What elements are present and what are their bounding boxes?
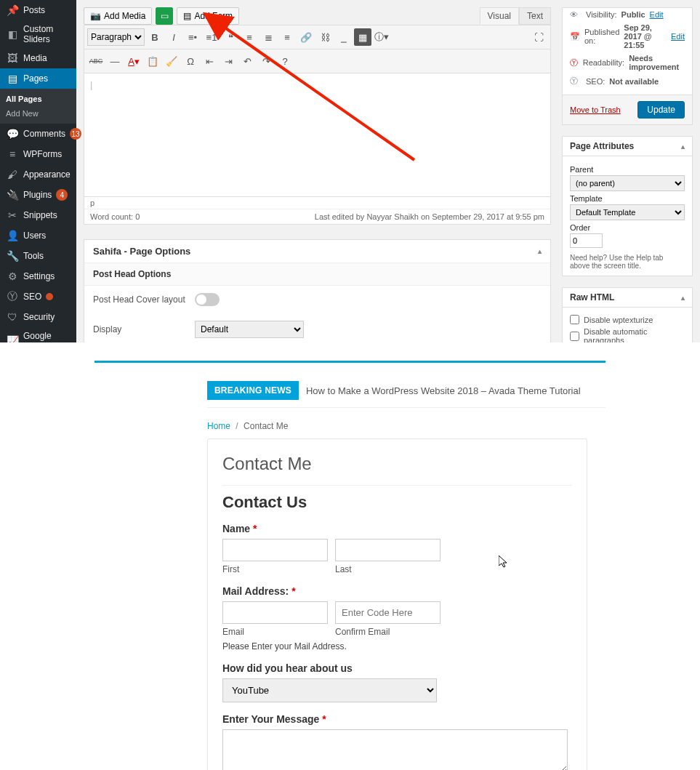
number-list-icon[interactable]: ≡1 <box>203 28 220 46</box>
email-input[interactable] <box>222 601 328 624</box>
sidebar-label: WPForms <box>23 149 62 159</box>
fullscreen-icon[interactable]: ⛶ <box>530 28 547 46</box>
bullet-list-icon[interactable]: ≡• <box>184 28 201 46</box>
align-right-icon[interactable]: ≡ <box>278 28 296 46</box>
sidebar-item-analytics[interactable]: 📈Google Analytics <box>0 327 76 342</box>
raw-html-box: Raw HTML▴ Disable wptexturize Disable au… <box>562 287 693 342</box>
order-input[interactable] <box>570 233 603 248</box>
help-text: Need help? Use the Help tab above the sc… <box>570 254 685 270</box>
form-title: Contact Us <box>222 493 572 512</box>
cover-layout-toggle[interactable] <box>195 293 220 306</box>
sidebar-item-pages[interactable]: ▤Pages <box>0 68 76 89</box>
align-center-icon[interactable]: ≣ <box>260 28 277 46</box>
trash-link[interactable]: Move to Trash <box>570 105 621 114</box>
sidebar-submenu: All Pages Add New <box>0 89 76 124</box>
help-icon[interactable]: ? <box>276 52 294 70</box>
admin-sidebar: 📌Posts ◧Custom Sliders 🖾Media ▤Pages All… <box>0 0 76 342</box>
italic-icon[interactable]: I <box>165 28 182 46</box>
redo-icon[interactable]: ↷ <box>257 52 275 70</box>
sidebar-item-comments[interactable]: 💬Comments 13 <box>0 124 76 144</box>
quote-icon[interactable]: ❝ <box>222 28 239 46</box>
crumb-home[interactable]: Home <box>207 421 230 431</box>
sidebar-item-plugins[interactable]: 🔌Plugins 4 <box>0 185 76 205</box>
more-icon[interactable]: ⎯ <box>335 28 353 46</box>
mail-help-text: Please Enter your Mail Address. <box>222 641 572 651</box>
tab-text[interactable]: Text <box>519 7 551 25</box>
sidebar-item-seo[interactable]: ⓎSEO <box>0 286 76 307</box>
hear-select[interactable]: YouTube <box>222 678 437 702</box>
required-icon: * <box>253 523 257 534</box>
wptexturize-checkbox[interactable] <box>570 315 579 324</box>
wpforms-insert-button[interactable]: ▭ <box>156 7 173 25</box>
sidebar-item-snippets[interactable]: ✂Snippets <box>0 205 76 225</box>
strike-icon[interactable]: ABC <box>87 52 105 70</box>
sidebar-label: Custom Sliders <box>23 24 71 44</box>
media-icon: 🖾 <box>6 52 19 65</box>
textcolor-icon[interactable]: A▾ <box>125 52 142 70</box>
submenu-add-new[interactable]: Add New <box>0 106 76 121</box>
parent-label: Parent <box>570 165 685 174</box>
pages-icon: ▤ <box>6 72 19 85</box>
clear-icon[interactable]: 🧹 <box>163 52 180 70</box>
collapse-icon[interactable]: ▴ <box>538 247 542 255</box>
add-media-button[interactable]: 📷Add Media <box>84 7 152 25</box>
tab-visual[interactable]: Visual <box>480 7 519 25</box>
accent-line <box>94 361 606 363</box>
link-icon[interactable]: 🔗 <box>297 28 315 46</box>
edit-visibility-link[interactable]: Edit <box>650 10 664 19</box>
template-select[interactable]: Default Template <box>570 204 685 220</box>
format-select[interactable]: Paragraph <box>87 28 145 46</box>
yoast-icon: Ⓨ <box>6 290 19 303</box>
paste-icon[interactable]: 📋 <box>144 52 161 70</box>
confirm-sublabel: Confirm Email <box>335 627 440 637</box>
autop-checkbox[interactable] <box>570 332 579 341</box>
sidebar-item-tools[interactable]: 🔧Tools <box>0 246 76 266</box>
update-button[interactable]: Update <box>637 101 685 119</box>
readability-label: Readability: <box>583 58 624 67</box>
last-name-input[interactable] <box>335 539 440 561</box>
sidebar-item-appearance[interactable]: 🖌Appearance <box>0 164 76 185</box>
yoast-icon[interactable]: ⓘ▾ <box>373 28 390 46</box>
sidebar-label: Users <box>23 230 46 241</box>
sidebar-item-posts[interactable]: 📌Posts <box>0 0 76 20</box>
sidebar-item-media[interactable]: 🖾Media <box>0 48 76 68</box>
unlink-icon[interactable]: ⛓ <box>316 28 334 46</box>
message-textarea[interactable] <box>222 729 568 770</box>
visibility-value: Public <box>621 10 645 19</box>
add-form-button[interactable]: ▤Add Form <box>177 7 239 25</box>
collapse-icon[interactable]: ▴ <box>681 294 685 302</box>
editor-content[interactable]: | <box>84 73 551 197</box>
outdent-icon[interactable]: ⇤ <box>201 52 218 70</box>
publish-box: 👁Visibility: Public Edit 📅Published on: … <box>562 7 693 125</box>
edit-date-link[interactable]: Edit <box>671 32 685 41</box>
form-list-icon: ▤ <box>183 11 191 21</box>
sidebar-item-security[interactable]: 🛡Security <box>0 307 76 327</box>
align-left-icon[interactable]: ≡ <box>241 28 258 46</box>
breadcrumb: Home / Contact Me <box>207 421 700 431</box>
sidebar-item-users[interactable]: 👤Users <box>0 225 76 246</box>
eye-icon: 👁 <box>570 10 582 19</box>
parent-select[interactable]: (no parent) <box>570 175 685 191</box>
sidebar-item-sliders[interactable]: ◧Custom Sliders <box>0 20 76 48</box>
indent-icon[interactable]: ⇥ <box>220 52 237 70</box>
bold-icon[interactable]: B <box>146 28 164 46</box>
section-heading: Post Head Options <box>84 263 550 286</box>
specialchar-icon[interactable]: Ω <box>182 52 199 70</box>
undo-icon[interactable]: ↶ <box>238 52 256 70</box>
first-name-input[interactable] <box>222 539 328 561</box>
sidebar-item-settings[interactable]: ⚙Settings <box>0 266 76 286</box>
sidebar-label: Comments <box>23 129 65 139</box>
display-select[interactable]: Default <box>195 321 304 338</box>
box-title: Raw HTML <box>570 292 614 302</box>
submenu-all-pages[interactable]: All Pages <box>0 92 76 106</box>
hr-icon[interactable]: — <box>106 52 124 70</box>
wrench-icon: 🔧 <box>6 249 19 262</box>
collapse-icon[interactable]: ▴ <box>681 143 685 151</box>
sidebar-label: Pages <box>23 73 48 84</box>
hear-label: How did you hear about us <box>222 662 572 674</box>
toolbar-toggle-icon[interactable]: ▦ <box>354 28 371 46</box>
yoast-icon: Ⓨ <box>570 57 579 68</box>
comment-icon: 💬 <box>6 127 19 140</box>
confirm-email-input[interactable] <box>335 601 440 624</box>
sidebar-item-wpforms[interactable]: ≡WPForms <box>0 144 76 164</box>
